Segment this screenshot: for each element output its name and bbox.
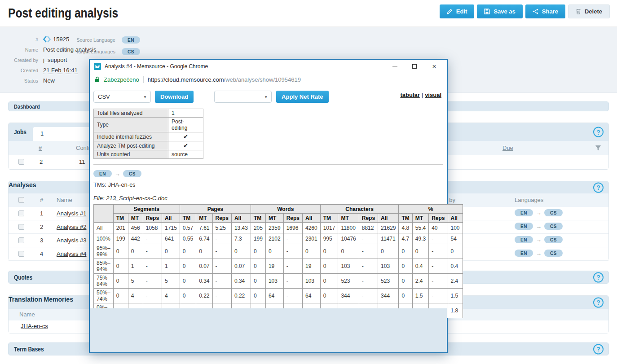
address-bar[interactable]: Zabezpečeno https://cloud.memsource.com/… [90, 73, 447, 86]
table-value: 100 [448, 223, 463, 233]
analyses-title: Analyses [9, 181, 36, 189]
target-language-badge: CS [544, 250, 563, 257]
table-value: 0 [399, 259, 412, 274]
source-language-badge: EN [515, 209, 533, 216]
share-button[interactable]: Share [525, 4, 565, 18]
close-icon[interactable]: × [431, 63, 437, 70]
table-value: 0 [448, 244, 463, 259]
delete-button-label: Delete [585, 8, 602, 15]
analysis-link[interactable]: Analysis #3 [57, 237, 86, 244]
table-value: 0 [320, 274, 338, 289]
table-value: 456 [128, 223, 143, 233]
checkmark-icon: ✔ [168, 132, 203, 141]
table-value: - [359, 259, 378, 274]
term-bases-help-icon[interactable]: ? [593, 344, 604, 354]
table-value: - [143, 244, 162, 259]
table-value: 0.4 [412, 259, 428, 274]
popup-footer [90, 308, 447, 352]
edit-button[interactable]: Edit [440, 4, 475, 18]
table-value: 19 [302, 259, 320, 274]
group-header: Words [251, 205, 320, 214]
summary-row: Total files analyzed1 [94, 109, 203, 118]
table-value: 13.43 [231, 223, 251, 233]
table-value: 0.4 [448, 259, 463, 274]
table-value: 1696 [283, 223, 302, 233]
jobs-help-icon[interactable]: ? [593, 127, 604, 137]
language-pair: EN→CS [515, 250, 563, 257]
maximize-icon[interactable] [411, 63, 418, 70]
subcol-header: Reps [212, 214, 231, 223]
apply-net-rate-button[interactable]: Apply Net Rate [276, 91, 328, 103]
net-rate-select[interactable]: ▼ [214, 91, 272, 103]
table-value: - [143, 289, 162, 303]
save-as-button-label: Save as [494, 8, 515, 15]
table-value: 1058 [143, 223, 162, 233]
subcol-header: MT [196, 214, 212, 223]
row-checkbox[interactable] [18, 159, 24, 165]
info-label: Name [0, 47, 38, 53]
security-label: Zabezpečeno [104, 76, 139, 83]
minimize-icon[interactable] [392, 63, 398, 70]
download-button[interactable]: Download [155, 91, 194, 103]
row-checkbox[interactable] [18, 251, 24, 257]
table-value: 0.22 [196, 289, 212, 303]
save-as-button[interactable]: Save as [477, 4, 522, 18]
table-value: 0 [251, 289, 265, 303]
project-languages: Source Language EN Target Languages CS [72, 36, 140, 59]
table-value: 64 [265, 289, 283, 303]
export-format-select[interactable]: CSV ▼ [93, 91, 151, 103]
subcol-header: MT [265, 214, 283, 223]
table-value: 995 [320, 233, 338, 244]
tm-link[interactable]: JHA-en-cs [21, 323, 48, 329]
table-value: 0 [162, 244, 180, 259]
subcol-header: Reps [143, 214, 162, 223]
analysis-link[interactable]: Analysis #2 [57, 224, 86, 230]
subcol-header: MT [128, 214, 143, 223]
status-value: New [43, 77, 55, 84]
filter-funnel-icon[interactable] [595, 145, 601, 151]
analysis-link[interactable]: Analysis #1 [57, 210, 86, 217]
visual-view-link[interactable]: visual [425, 92, 441, 98]
summary-value: Post-editing [168, 118, 203, 132]
table-value: - [429, 233, 448, 244]
table-value: 6.74 [196, 233, 212, 244]
source-language-badge: EN [515, 236, 533, 243]
table-value: 0 [399, 289, 412, 303]
table-value: - [212, 289, 231, 303]
row-checkbox[interactable] [18, 211, 24, 216]
row-checkbox[interactable] [18, 237, 24, 243]
table-value: 205 [251, 223, 265, 233]
analyses-help-icon[interactable]: ? [593, 182, 604, 193]
quotes-help-icon[interactable]: ? [593, 272, 604, 282]
table-value: 7.3 [231, 233, 251, 244]
info-label: # [0, 37, 38, 42]
summary-row: Analyze TM post-editing✔ [94, 141, 203, 150]
analysis-link[interactable]: Analysis #4 [57, 250, 86, 257]
tabular-view-link[interactable]: tabular [400, 92, 419, 98]
popup-title-bar[interactable]: Analysis #4 - Memsource - Google Chrome … [90, 60, 447, 73]
table-value: 199 [113, 233, 128, 244]
popup-window-title: Analysis #4 - Memsource - Google Chrome [105, 63, 392, 70]
table-value: - [283, 233, 302, 244]
summary-row: TypePost-editing [94, 118, 203, 132]
table-value: 7.61 [196, 223, 212, 233]
target-languages-row: Target Languages CS [72, 48, 140, 55]
table-value: 5.25 [212, 223, 231, 233]
analysis-popup-window: Analysis #4 - Memsource - Google Chrome … [89, 59, 448, 353]
chevron-down-icon: ▼ [264, 95, 268, 99]
project-id: 15925 [53, 36, 69, 43]
table-value: 0 [320, 259, 338, 274]
table-value: - [359, 274, 378, 289]
header-checkbox[interactable] [18, 197, 24, 203]
translation-memories-help-icon[interactable]: ? [593, 297, 604, 307]
row-checkbox[interactable] [18, 224, 24, 230]
target-language-badge: CS [544, 236, 563, 243]
table-value: - [283, 274, 302, 289]
jobs-col-number[interactable]: # [39, 145, 42, 151]
match-band-label: 75%–84% [94, 274, 114, 289]
table-value: 523 [378, 274, 399, 289]
delete-button[interactable]: Delete [568, 4, 610, 18]
subcol-header: All [231, 214, 251, 223]
analysis-number: 3 [40, 237, 43, 244]
jobs-col-due[interactable]: Due [502, 145, 513, 151]
